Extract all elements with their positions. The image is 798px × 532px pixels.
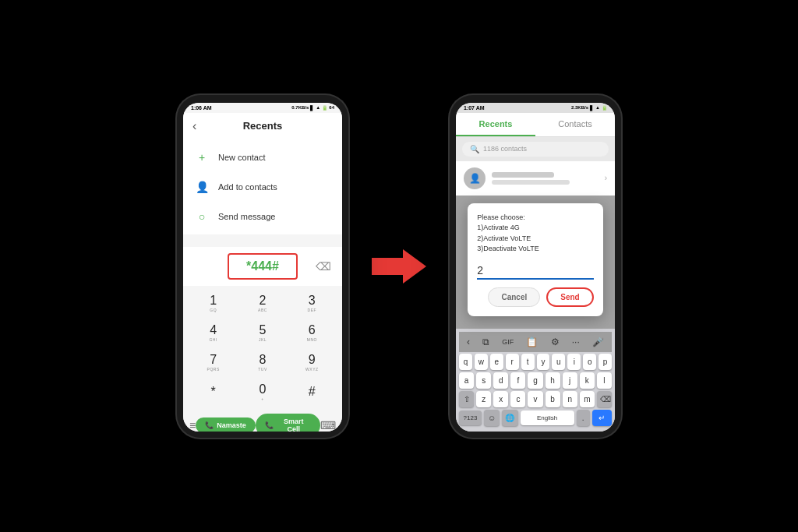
kb-calendar-button[interactable]: 📋: [523, 335, 541, 349]
main-scene: 1:06 AM 0.7KB/s ▋ ▲ 🔋 64 ‹ Recents + New…: [0, 0, 798, 532]
right-wifi-icon: ▲: [595, 105, 600, 110]
search-placeholder: 1186 contacts: [483, 145, 527, 153]
contact-number-blur: [492, 180, 570, 185]
person-icon: 👤: [195, 180, 209, 194]
key-9[interactable]: 9 WXYZ: [288, 348, 336, 376]
key-3[interactable]: 3 DEF: [288, 289, 336, 317]
key-g[interactable]: g: [528, 372, 542, 389]
tab-recents[interactable]: Recents: [456, 113, 535, 136]
enter-key[interactable]: ↵: [592, 410, 613, 426]
key-7[interactable]: 7 PQRS: [189, 348, 237, 376]
smart-cell-call-button[interactable]: 📞 Smart Cell: [256, 414, 320, 432]
backspace-key[interactable]: ⌫: [597, 391, 612, 407]
key-1[interactable]: 1 GQ: [189, 289, 237, 317]
contact-name-blur: [492, 172, 554, 178]
period-key[interactable]: .: [577, 410, 590, 426]
menu-section: + New contact 👤 Add to contacts ○ Send m…: [183, 139, 342, 234]
kb-gif-button[interactable]: GIF: [499, 336, 517, 347]
key-4[interactable]: 4 GHI: [189, 319, 237, 347]
right-network: 2.3KB/s: [571, 105, 588, 110]
cancel-button[interactable]: Cancel: [488, 287, 540, 307]
smart-cell-label: Smart Cell: [277, 417, 311, 432]
key-i[interactable]: i: [567, 354, 581, 370]
key-j[interactable]: j: [563, 372, 577, 389]
left-time: 1:06 AM: [191, 105, 212, 111]
right-battery-icon: 🔋: [602, 105, 607, 111]
key-a[interactable]: a: [459, 372, 474, 389]
kb-clipboard-button[interactable]: ⧉: [479, 335, 493, 349]
tab-contacts[interactable]: Contacts: [535, 113, 615, 136]
direction-arrow: [372, 249, 426, 284]
key-v[interactable]: v: [528, 391, 542, 407]
battery-icon: 🔋: [322, 105, 327, 111]
kb-settings-button[interactable]: ⚙: [548, 335, 563, 349]
send-button[interactable]: Send: [546, 287, 593, 307]
new-contact-item[interactable]: + New contact: [183, 143, 342, 172]
dialog-overlay: Please choose: 1)Activate 4G 2)Activate …: [456, 196, 615, 329]
key-8[interactable]: 8 TUV: [238, 348, 286, 376]
kb-row-2: a s d f g h j k l: [459, 372, 612, 389]
key-y[interactable]: y: [537, 354, 550, 370]
key-x[interactable]: x: [493, 391, 508, 407]
send-message-item[interactable]: ○ Send message: [183, 202, 342, 231]
key-h[interactable]: h: [546, 372, 560, 389]
key-k[interactable]: k: [580, 372, 595, 389]
signal-icon: ▋: [310, 105, 314, 111]
keyboard: ‹ ⧉ GIF 📋 ⚙ ··· 🎤 q w e r t y u: [456, 329, 615, 432]
emoji-key[interactable]: ☺: [484, 410, 500, 426]
key-t[interactable]: t: [521, 354, 535, 370]
key-6[interactable]: 6 MNO: [288, 319, 336, 347]
kb-mic-button[interactable]: 🎤: [589, 335, 607, 349]
key-o[interactable]: o: [583, 354, 596, 370]
dialog-box: Please choose: 1)Activate 4G 2)Activate …: [468, 203, 602, 316]
key-r[interactable]: r: [506, 354, 519, 370]
key-f[interactable]: f: [510, 372, 525, 389]
key-w[interactable]: w: [475, 354, 488, 370]
key-q[interactable]: q: [459, 354, 472, 370]
key-s[interactable]: s: [476, 372, 491, 389]
wifi-icon: ▲: [316, 105, 320, 110]
back-button[interactable]: ‹: [192, 119, 196, 133]
key-0[interactable]: 0 +: [238, 378, 286, 406]
avatar: 👤: [464, 167, 486, 189]
key-d[interactable]: d: [493, 372, 508, 389]
dialer-header: ‹ Recents: [183, 113, 342, 139]
menu-icon-button[interactable]: ≡: [189, 419, 196, 432]
namaste-call-button[interactable]: 📞 Namaste: [196, 417, 256, 432]
key-5[interactable]: 5 JKL: [238, 319, 286, 347]
keypad-toggle-button[interactable]: ⌨: [320, 419, 336, 432]
num-sym-key[interactable]: ?123: [459, 410, 482, 425]
kb-bottom-row: ?123 ☺ 🌐 English . ↵: [459, 410, 612, 426]
contact-list-item[interactable]: 👤 ›: [456, 161, 615, 196]
key-2[interactable]: 2 ABC: [238, 289, 286, 317]
dial-input-value: *444#: [246, 259, 279, 273]
key-hash[interactable]: #: [288, 378, 336, 406]
key-l[interactable]: l: [597, 372, 612, 389]
key-m[interactable]: m: [580, 391, 595, 407]
key-star[interactable]: *: [189, 378, 237, 406]
kb-back-button[interactable]: ‹: [464, 335, 473, 349]
key-u[interactable]: u: [552, 354, 565, 370]
globe-key[interactable]: 🌐: [502, 410, 517, 426]
left-phone-screen: 1:06 AM 0.7KB/s ▋ ▲ 🔋 64 ‹ Recents + New…: [183, 103, 342, 432]
backspace-button[interactable]: ⌫: [316, 260, 331, 273]
dial-input-box[interactable]: *444#: [228, 253, 298, 280]
key-z[interactable]: z: [476, 391, 491, 407]
key-n[interactable]: n: [563, 391, 577, 407]
kb-more-button[interactable]: ···: [569, 335, 583, 349]
right-phone-screen: 1:07 AM 2.3KB/s ▋ ▲ 🔋 Recents Contacts: [456, 103, 615, 432]
kb-row-1: q w e r t y u i o p: [459, 354, 612, 370]
add-to-contacts-item[interactable]: 👤 Add to contacts: [183, 172, 342, 202]
key-e[interactable]: e: [490, 354, 503, 370]
message-icon: ○: [195, 210, 209, 224]
plus-icon: +: [195, 150, 209, 164]
search-bar[interactable]: 🔍 1186 contacts: [462, 142, 609, 157]
key-c[interactable]: c: [510, 391, 525, 407]
shift-key[interactable]: ⇧: [459, 391, 474, 407]
key-p[interactable]: p: [598, 354, 612, 370]
key-b[interactable]: b: [546, 391, 560, 407]
space-key[interactable]: English: [521, 410, 574, 425]
left-status-bar: 1:06 AM 0.7KB/s ▋ ▲ 🔋 64: [183, 103, 342, 113]
dialog-input[interactable]: [477, 262, 593, 280]
right-signal-icon: ▋: [590, 105, 594, 111]
